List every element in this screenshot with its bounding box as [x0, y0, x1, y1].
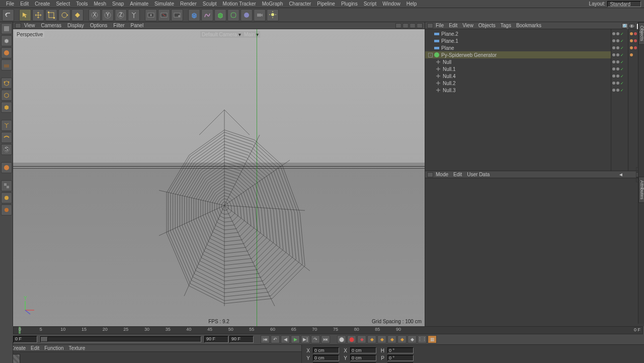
om-menu-tags[interactable]: Tags — [498, 23, 514, 28]
timeline-ruler[interactable]: 0 F 051015202530354045505560657075808590 — [13, 326, 643, 334]
render-dot[interactable] — [616, 60, 619, 63]
enable-check[interactable]: ✓ — [620, 46, 624, 50]
visibility-dot[interactable] — [612, 32, 615, 35]
object-row[interactable]: Plane — [425, 44, 611, 51]
side-tab-objects[interactable]: Objects — [638, 22, 644, 45]
viewport-quad-icon[interactable] — [410, 23, 416, 28]
timeline-slider-thumb[interactable] — [41, 337, 48, 342]
vp-menu-panel[interactable]: Panel — [128, 23, 147, 28]
menu-mesh[interactable]: Mesh — [91, 1, 109, 7]
menu-mograph[interactable]: MoGraph — [259, 1, 286, 7]
am-menu-userdata[interactable]: User Data — [464, 172, 492, 177]
viewport-main-dropdown[interactable]: Main ▾ — [243, 31, 260, 38]
menu-motiontracker[interactable]: Motion Tracker — [220, 1, 259, 7]
tweak-button[interactable] — [1, 132, 12, 143]
vp-menu-options[interactable]: Options — [87, 23, 110, 28]
render-dot[interactable] — [616, 53, 619, 56]
key-rot-button[interactable]: ◆ — [387, 335, 396, 343]
visibility-dot[interactable] — [612, 82, 615, 85]
add-spline-button[interactable] — [201, 9, 213, 21]
object-row[interactable]: Null — [425, 58, 611, 65]
menu-select[interactable]: Select — [53, 1, 73, 7]
side-tab-attributes[interactable]: Attributes — [638, 177, 644, 203]
object-tree[interactable]: Plane.2Plane.1Plane-Py-Spiderweb Generat… — [425, 29, 611, 171]
visibility-dot[interactable] — [612, 67, 615, 70]
object-row[interactable]: Plane.1 — [425, 37, 611, 44]
render-dot[interactable] — [616, 89, 619, 92]
viewport-max-icon[interactable] — [417, 23, 423, 28]
am-menu-edit[interactable]: Edit — [451, 172, 464, 177]
play-button[interactable]: ▶ — [291, 335, 300, 343]
layout-dropdown[interactable]: Standard — [607, 1, 641, 7]
menu-character[interactable]: Character — [286, 1, 314, 7]
workplane-button[interactable] — [1, 59, 12, 70]
am-nav-arrow[interactable]: ◄ — [616, 172, 626, 177]
add-deformer-button[interactable] — [227, 9, 239, 21]
add-generator-button[interactable] — [214, 9, 226, 21]
keyframe-button[interactable]: ◆ — [357, 335, 366, 343]
menu-sculpt[interactable]: Sculpt — [200, 1, 220, 7]
tag-icon[interactable] — [630, 46, 633, 49]
add-camera-button[interactable] — [254, 9, 266, 21]
object-row[interactable]: Null.1 — [425, 65, 611, 72]
menu-window[interactable]: Window — [379, 1, 404, 7]
render-dot[interactable] — [616, 67, 619, 70]
axis-y-button[interactable]: Y — [102, 9, 114, 21]
enable-check[interactable]: ✓ — [620, 88, 624, 93]
om-menu-file[interactable]: File — [433, 23, 446, 28]
menu-file[interactable]: File — [3, 1, 17, 7]
vp-menu-filter[interactable]: Filter — [110, 23, 127, 28]
om-menu-edit[interactable]: Edit — [446, 23, 460, 28]
axis-z-button[interactable]: Z — [115, 9, 127, 21]
vp-menu-cameras[interactable]: Cameras — [38, 23, 65, 28]
viewport-single-icon[interactable] — [403, 23, 409, 28]
undo-button[interactable] — [2, 9, 14, 21]
scale-tool[interactable] — [45, 9, 57, 21]
enable-check[interactable]: ✓ — [620, 74, 624, 79]
enable-check[interactable]: ✓ — [620, 32, 624, 36]
menu-help[interactable]: Help — [404, 1, 420, 7]
render-dot[interactable] — [616, 39, 619, 42]
tag-icon[interactable] — [630, 53, 633, 56]
viewport-nav-icon[interactable] — [395, 23, 401, 28]
key-pla-button[interactable]: ◆ — [408, 335, 417, 343]
model-mode-button[interactable] — [1, 35, 12, 46]
enable-check[interactable]: ✓ — [620, 39, 624, 43]
prev-frame-button[interactable]: ◀ — [281, 335, 290, 343]
goto-end-button[interactable]: ⏭ — [321, 335, 330, 343]
viewport-solo-button[interactable] — [1, 180, 12, 191]
enable-check[interactable]: ✓ — [620, 67, 624, 71]
coord-x-size[interactable]: 0 cm — [350, 347, 376, 353]
menu-plugins[interactable]: Plugins — [338, 1, 361, 7]
visibility-dot[interactable] — [612, 46, 615, 49]
mat-menu-function[interactable]: Function — [42, 345, 66, 351]
coord-y-pos[interactable]: 0 cm — [313, 355, 339, 361]
menu-script[interactable]: Script — [361, 1, 380, 7]
record-button[interactable]: ⬤ — [337, 335, 346, 343]
mat-menu-texture[interactable]: Texture — [66, 345, 88, 351]
edge-mode-button[interactable] — [1, 90, 12, 101]
object-row[interactable]: Plane.2 — [425, 30, 611, 37]
key-selection-button[interactable]: ▦ — [428, 335, 437, 343]
menu-simulate[interactable]: Simulate — [151, 1, 177, 7]
last-tool[interactable] — [71, 9, 84, 21]
add-light-button[interactable] — [267, 9, 279, 21]
object-row[interactable]: -Py-Spiderweb Generator — [425, 51, 611, 58]
vp-menu-view[interactable]: View — [21, 23, 38, 28]
visibility-dot[interactable] — [612, 89, 615, 92]
timeline-start-field[interactable]: 0 F — [13, 336, 37, 343]
expand-toggle[interactable]: - — [428, 53, 433, 57]
rotate-tool[interactable] — [58, 9, 70, 21]
visibility-dot[interactable] — [612, 75, 615, 78]
texture-mode-button[interactable] — [1, 47, 12, 58]
visibility-dot[interactable] — [612, 39, 615, 42]
menu-render[interactable]: Render — [177, 1, 200, 7]
om-menu-view[interactable]: View — [460, 23, 476, 28]
move-tool[interactable] — [32, 9, 44, 21]
menu-animate[interactable]: Animate — [127, 1, 151, 7]
add-cube-button[interactable] — [188, 9, 200, 21]
coord-p-rot[interactable]: 0 ° — [387, 355, 414, 361]
render-view-button[interactable] — [145, 9, 157, 21]
object-row[interactable]: Null.4 — [425, 72, 611, 80]
enable-check[interactable]: ✓ — [620, 60, 624, 64]
